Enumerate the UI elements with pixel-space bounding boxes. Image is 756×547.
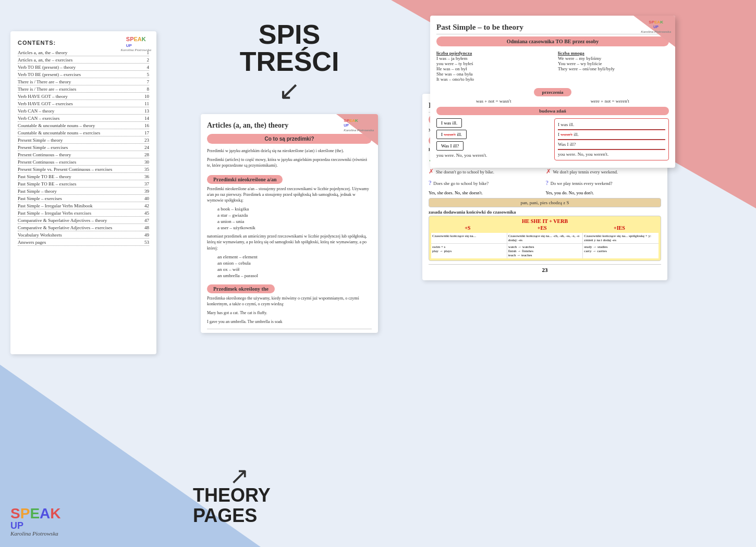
budowa-zdania-badge: budowa zdań [436, 107, 669, 115]
author-name: Karolina Piotrowska [10, 530, 61, 537]
conj-item: I was – ja byłem [436, 56, 547, 61]
list-item: Countable & uncountable nouns – theory 1… [18, 123, 149, 129]
contents-panel: SPEAK UP Karolina Piotrowska CONTENTS: A… [10, 31, 156, 354]
negation-row: was + not = wasn't were + not = weren't [436, 98, 669, 104]
example-q1: ? Does she go to school by bike? [429, 179, 544, 187]
negation1: was + not = wasn't [476, 98, 511, 104]
list-item: Verb HAVE GOT – theory 10 [18, 94, 149, 100]
list-item: There is / There are – theory 7 [18, 79, 149, 85]
diagram-example4: you were. No, you weren't. [558, 152, 665, 157]
list-item: a user – użytkownik [217, 225, 372, 230]
example-cross1: ✗ She doesn't go to school by bike. [429, 168, 544, 176]
list-item: Present Continuous – theory 28 [18, 152, 149, 158]
conj-item: She was – ona była [436, 71, 547, 77]
list-item: Comparative & Superlative Adjectives – t… [18, 218, 149, 224]
list-item: Articles a, an, the – exercises 2 [18, 57, 149, 64]
logo-ea: EA [134, 36, 142, 42]
przeczenia-badge: przeczenia [534, 88, 572, 96]
spis-title: SPIS TREŚCI [240, 21, 339, 75]
speak-up-main-logo: SPEAK UP Karolina Piotrowska [10, 506, 61, 537]
logo-s: S [10, 505, 20, 521]
pan-pani-rule: pan, pani, pies chodzą z S [429, 198, 661, 207]
section1-text2: natomiast przedimek an umieścimy przed r… [207, 233, 372, 251]
middle-section: SPIS TREŚCI ↙ SPEAK UP Karolina Piotrows… [167, 10, 412, 537]
question-icon: ? [546, 179, 548, 187]
main-layout: SPEAK UP Karolina Piotrowska CONTENTS: A… [0, 0, 756, 547]
verb-suffixes: +S +ES +IES [431, 225, 659, 231]
logo-up: UP [10, 521, 61, 530]
logo-up: UP [126, 43, 132, 48]
articles-page-number: 1 [207, 329, 372, 333]
diagram-example3: Was I ill? [558, 142, 665, 147]
past-simple-title: Past Simple – to be theory [436, 23, 669, 32]
articles-page: SPEAK UP Karolina Piotrowska Articles (a… [201, 114, 378, 333]
mini-rules-table: Czasowniki kończące się na... Czasowniki… [431, 233, 659, 258]
table-cell: Czasowniki kończące się na... [431, 233, 507, 243]
articles-intro: Przedimki w języku angielskim dzielą się… [207, 148, 372, 154]
co-to-badge: Co to są przedimki? [207, 134, 372, 144]
conj-item: We were – my byliśmy [558, 56, 669, 61]
list-item: Answers pages 53 [18, 240, 149, 246]
diagram-example2: I wasn't ill. [558, 132, 665, 137]
list-item: Vocabulary Worksheets 49 [18, 232, 149, 239]
zasada-title: zasada dodawania końcówki do czasownika [429, 209, 661, 215]
list-item: Comparative & Superlative Adjectives – e… [18, 225, 149, 231]
table-cell: Czasowniki kończące się na... -ch, -sh, … [507, 233, 583, 243]
answer2: Yes, you do. No, you don't. [546, 190, 662, 195]
words-an-list: an element – element an onion – cebula a… [217, 254, 372, 278]
strikethrough-text: wasn't [444, 132, 456, 137]
conj-item: It was – ono/to było [436, 77, 547, 82]
conjugation-table: liczba pojedyncza I was – ja byłem you w… [436, 51, 669, 82]
plural-header: liczba mnoga [558, 51, 669, 56]
singular-header: liczba pojedyncza [436, 51, 547, 56]
sentence-structure-left: I was ill. I wasn't ill. Was I ill? you … [436, 118, 544, 158]
example-box-question: Was I ill? [436, 141, 464, 151]
logo-area: SPEAK UP Karolina Piotrowska [121, 36, 151, 52]
question-icon: ? [429, 179, 431, 187]
example-box-neg: I wasn't ill. [436, 130, 467, 139]
section1-header: Przedimki nieokreślone a/an [207, 175, 283, 184]
list-item: Past Simple TO BE – theory 36 [18, 174, 149, 180]
theory-pages-label: THEORY PAGES [193, 485, 271, 526]
header-logo: SPEAK UP [126, 36, 146, 48]
conj-item: you were – ty byłeś [436, 61, 547, 66]
example-answer: you were. No, you weren't. [436, 153, 544, 158]
example2: I gave you an umbrella. The umbrella is … [207, 319, 372, 325]
list-item: an onion – cebula [217, 260, 372, 266]
list-item: Past Simple – exercises 40 [18, 196, 149, 202]
example-q2: ? Do we play tennis every weekend? [546, 179, 662, 187]
list-item: Verb TO BE (present) – exercises 5 [18, 72, 149, 78]
list-item: a star – gwiazda [217, 213, 372, 218]
list-item: a union – unia [217, 219, 372, 224]
cross-icon: ✗ [429, 168, 434, 176]
list-item: an element – element [217, 254, 372, 259]
list-item: Verb HAVE GOT – exercises 11 [18, 101, 149, 107]
page-logo: SPEAK UP Karolina Piotrowska [344, 118, 374, 132]
section2-header: Przedimek określony the [207, 284, 275, 293]
table-cell: watch → watches finish → finishes teach … [507, 244, 583, 258]
list-item: an ox – wół [217, 267, 372, 272]
list-item: Verb CAN – theory 13 [18, 108, 149, 115]
conj-item: He was – on był [436, 66, 547, 71]
logo-k: K [142, 36, 146, 42]
list-item: Present Simple – exercises 24 [18, 145, 149, 151]
past-simple-page: SPEAK UP Karolina Piotrowska Past Simple… [430, 16, 675, 168]
logo-e: E [30, 505, 40, 521]
cross-icon: ✗ [546, 168, 551, 176]
list-item: Countable & uncountable nouns – exercise… [18, 130, 149, 136]
list-item: Past Simple – theory 39 [18, 189, 149, 195]
contents-list: Articles a, an, the – theory 1 Articles … [18, 50, 149, 246]
logo-sp: SP [126, 36, 134, 42]
list-item: Past Simple – Irregular Verbs exercises … [18, 210, 149, 217]
right-section: SPEAK UP Karolina Piotrowska Present Sim… [422, 10, 746, 537]
logo-text: SPEAK UP [10, 506, 61, 530]
words-a-list: a book – książka a star – gwiazda a unio… [217, 206, 372, 230]
example1: Mary has got a cat. The cat is fluffy. [207, 310, 372, 316]
logo-p: P [20, 505, 30, 521]
arrow-down-icon: ↙ [278, 78, 300, 104]
list-item: Present Simple vs. Present Continuous – … [18, 167, 149, 173]
table-cell: swim + s play → plays [431, 244, 507, 258]
logo-k: K [50, 505, 60, 521]
negation2: were + not = weren't [591, 98, 629, 104]
list-item: Past Simple – Irregular Verbs Minibook 4… [18, 203, 149, 209]
